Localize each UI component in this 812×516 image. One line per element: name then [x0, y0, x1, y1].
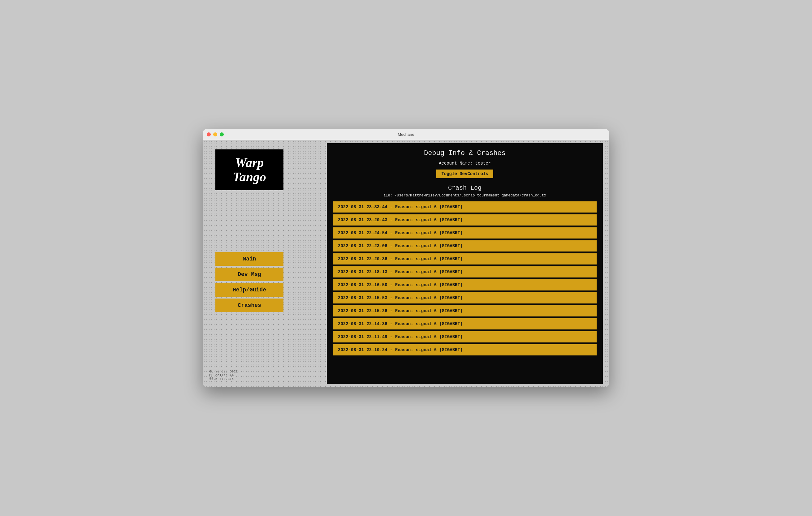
- maximize-button[interactable]: [220, 132, 224, 136]
- crash-log-section: Crash Log ile: /Users/matthewriley/Docum…: [327, 181, 603, 384]
- debug-header: Debug Info & Crashes Account Name: teste…: [327, 143, 603, 181]
- crash-entry[interactable]: 2022-08-31 22:10:24 - Reason: signal 6 (…: [333, 344, 597, 356]
- account-name: Account Name: tester: [336, 161, 593, 166]
- game-logo: Warp Tango: [215, 149, 284, 190]
- nav-item-crashes[interactable]: Crashes: [215, 299, 284, 312]
- window-controls: [207, 132, 224, 136]
- close-button[interactable]: [207, 132, 211, 136]
- crash-entry[interactable]: 2022-08-31 22:18:13 - Reason: signal 6 (…: [333, 266, 597, 277]
- nav-item-main[interactable]: Main: [215, 252, 284, 266]
- nav-menu: Main Dev Msg Help/Guide Crashes: [215, 252, 284, 312]
- nav-item-dev-msg[interactable]: Dev Msg: [215, 268, 284, 281]
- crash-entry[interactable]: 2022-08-31 22:20:36 - Reason: signal 6 (…: [333, 253, 597, 265]
- crash-entry[interactable]: 2022-08-31 22:24:54 - Reason: signal 6 (…: [333, 227, 597, 239]
- nav-item-help-guide[interactable]: Help/Guide: [215, 283, 284, 297]
- minimize-button[interactable]: [213, 132, 217, 136]
- crash-entry[interactable]: 2022-08-31 22:15:53 - Reason: signal 6 (…: [333, 292, 597, 303]
- crash-entry[interactable]: 2022-08-31 22:15:26 - Reason: signal 6 (…: [333, 305, 597, 316]
- crash-entry[interactable]: 2022-08-31 22:14:36 - Reason: signal 6 (…: [333, 318, 597, 330]
- crash-log-title: Crash Log: [333, 184, 597, 191]
- toggle-devcontrols-button[interactable]: Toggle DevControls: [436, 170, 493, 178]
- crash-log-path: ile: /Users/matthewriley/Documents/.scra…: [333, 193, 597, 198]
- app-window: Mechane Warp Tango Main Dev Msg Help/Gui…: [203, 129, 609, 387]
- crash-entry[interactable]: 2022-08-31 22:23:06 - Reason: signal 6 (…: [333, 240, 597, 251]
- crash-entry[interactable]: 2022-08-31 23:33:44 - Reason: signal 6 (…: [333, 202, 597, 213]
- crash-entry[interactable]: 2022-08-31 23:20:43 - Reason: signal 6 (…: [333, 214, 597, 225]
- window-body: Warp Tango Main Dev Msg Help/Guide Crash…: [203, 140, 609, 387]
- crash-entries-list: 2022-08-31 23:33:44 - Reason: signal 6 (…: [333, 202, 597, 356]
- crash-entry[interactable]: 2022-08-31 22:16:50 - Reason: signal 6 (…: [333, 279, 597, 291]
- debug-overlay: GL verts: 5022 GL calls: 44 §§.5 7:0.815: [209, 370, 238, 381]
- logo-text: Warp Tango: [225, 156, 274, 184]
- debug-panel: Debug Info & Crashes Account Name: teste…: [327, 143, 603, 384]
- crash-entry[interactable]: 2022-08-31 22:11:49 - Reason: signal 6 (…: [333, 331, 597, 342]
- window-title: Mechane: [398, 132, 414, 137]
- left-panel: Warp Tango Main Dev Msg Help/Guide Crash…: [203, 140, 327, 387]
- titlebar: Mechane: [203, 129, 609, 140]
- debug-title: Debug Info & Crashes: [336, 149, 593, 157]
